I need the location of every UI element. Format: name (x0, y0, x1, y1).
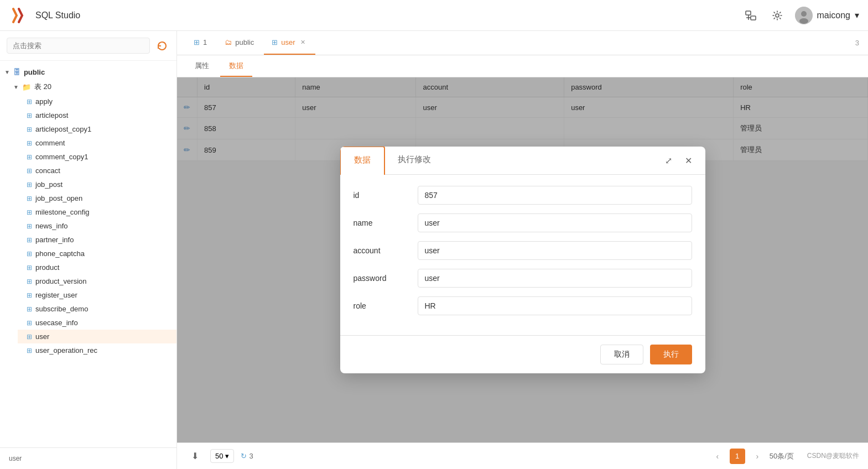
sidebar-item-user-operation-rec[interactable]: ⊞ user_operation_rec (18, 343, 176, 357)
modal-field-name: name (354, 213, 692, 232)
execute-button[interactable]: 执行 (650, 345, 692, 364)
table-icon: ⊞ (27, 319, 32, 327)
prev-page-btn[interactable]: ‹ (710, 449, 725, 464)
tab-1-label: 1 (203, 38, 207, 46)
modal-field-name-input[interactable] (418, 213, 692, 232)
close-icon: ✕ (685, 155, 692, 166)
modal-field-name-label: name (354, 218, 409, 227)
sidebar-item-apply[interactable]: ⊞ apply (18, 95, 176, 108)
modal-field-password-input[interactable] (418, 269, 692, 288)
table-icon: ⊞ (27, 153, 32, 161)
table-icon: ⊞ (27, 278, 32, 285)
svg-point-4 (776, 14, 779, 17)
bottom-bar: ⬇ 50 ▾ ↻ 3 ‹ 1 › 50条/页 CSD (177, 442, 868, 469)
modal-tab-execute[interactable]: 执行修改 (384, 147, 444, 174)
sidebar-item-articlepost[interactable]: ⊞ articlepost (18, 108, 176, 122)
sidebar-item-milestone-config[interactable]: ⊞ milestone_config (18, 205, 176, 219)
cancel-button[interactable]: 取消 (600, 345, 643, 364)
tab-public[interactable]: 🗂 public (217, 31, 262, 55)
subtab-properties[interactable]: 属性 (186, 55, 218, 77)
sidebar-item-job-post[interactable]: ⊞ job_post (18, 178, 176, 191)
data-table-area: id name account password role ✏ 857 user… (177, 77, 868, 442)
next-page-btn[interactable]: › (750, 449, 765, 464)
modal-field-id: id (354, 186, 692, 205)
sidebar-item-concact[interactable]: ⊞ concact (18, 164, 176, 178)
tab-1-icon: ⊞ (194, 38, 200, 46)
page-num-label: 1 (735, 452, 739, 460)
sidebar-item-register-user[interactable]: ⊞ register_user (18, 288, 176, 302)
table-icon: ⊞ (27, 236, 32, 244)
subtab-data[interactable]: 数据 (220, 55, 252, 77)
svg-rect-0 (746, 11, 751, 15)
sidebar-tables-list: ⊞ apply ⊞ articlepost ⊞ articlepost_copy… (9, 95, 176, 357)
search-input[interactable] (7, 38, 150, 54)
modal-field-role-input[interactable] (418, 296, 692, 315)
page-size-dropdown-icon: ▾ (225, 452, 229, 460)
modal-field-account-input[interactable] (418, 241, 692, 260)
username-label: maicong (817, 11, 850, 20)
sidebar-item-product[interactable]: ⊞ product (18, 260, 176, 274)
tab-1[interactable]: ⊞ 1 (186, 31, 215, 55)
download-btn[interactable]: ⬇ (186, 447, 204, 465)
subtab-properties-label: 属性 (195, 61, 209, 71)
sidebar-item-job-post-open[interactable]: ⊞ job_post_open (18, 191, 176, 205)
sidebar-item-comment-copy1[interactable]: ⊞ comment_copy1 (18, 150, 176, 164)
tab-user-icon: ⊞ (272, 38, 278, 46)
modal-tab-data[interactable]: 数据 (340, 147, 385, 175)
sidebar-search-bar (0, 31, 176, 61)
arrow-down-icon: ▼ (4, 69, 10, 75)
page-size-select[interactable]: 50 ▾ (210, 449, 234, 463)
page-1-btn[interactable]: 1 (730, 449, 745, 464)
sidebar-item-phone-captcha[interactable]: ⊞ phone_captcha (18, 247, 176, 260)
sidebar-current-table: user (9, 455, 22, 462)
modal-close-btn[interactable]: ✕ (681, 153, 697, 168)
sidebar-item-articlepost-copy1[interactable]: ⊞ articlepost_copy1 (18, 122, 176, 136)
table-icon: ⊞ (27, 181, 32, 189)
sidebar-item-product-version[interactable]: ⊞ product_version (18, 274, 176, 288)
tab-user-label: user (281, 38, 295, 46)
settings-icon-btn[interactable] (768, 7, 786, 24)
tab-bar-right-num: 3 (855, 39, 859, 47)
sidebar-item-comment[interactable]: ⊞ comment (18, 136, 176, 150)
svg-point-7 (799, 18, 808, 24)
sidebar-item-news-info[interactable]: ⊞ news_info (18, 219, 176, 233)
sidebar-item-subscribe-demo[interactable]: ⊞ subscribe_demo (18, 302, 176, 316)
modal-dialog: 数据 执行修改 ⤢ ✕ (340, 147, 705, 373)
user-menu[interactable]: maicong ▾ (795, 7, 859, 24)
expand-icon: ⤢ (665, 155, 672, 166)
table-icon: ⊞ (27, 167, 32, 175)
translate-icon-btn[interactable] (742, 7, 760, 24)
topbar-right: maicong ▾ (742, 7, 859, 24)
table-icon: ⊞ (27, 250, 32, 258)
table-icon: ⊞ (27, 347, 32, 355)
sidebar-item-usecase-info[interactable]: ⊞ usecase_info (18, 316, 176, 330)
tab-user[interactable]: ⊞ user ✕ (264, 31, 315, 55)
modal-tab-execute-label: 执行修改 (398, 154, 431, 164)
sidebar-group-public[interactable]: ▼ 🗄 public (0, 65, 176, 79)
sidebar-tree-children: ▼ 📁 表 20 ⊞ apply ⊞ articlepost ⊞ a (0, 79, 176, 357)
table-icon: ⊞ (27, 139, 32, 147)
modal-expand-btn[interactable]: ⤢ (661, 153, 677, 168)
refresh-count-btn[interactable]: ↻ 3 (241, 452, 253, 460)
subgroup-label: 表 20 (34, 82, 51, 92)
page-size-value: 50 (215, 452, 223, 460)
modal-field-id-input[interactable] (418, 186, 692, 205)
sidebar: ▼ 🗄 public ▼ 📁 表 20 ⊞ apply ⊞ (0, 31, 177, 469)
sidebar-subgroup-tables[interactable]: ▼ 📁 表 20 (9, 79, 176, 95)
download-icon: ⬇ (191, 451, 199, 461)
sidebar-item-user[interactable]: ⊞ user (18, 330, 176, 343)
modal-field-account-label: account (354, 246, 409, 255)
topbar: SQL Studio maicong (0, 0, 868, 31)
tab-public-icon: 🗂 (225, 38, 232, 46)
sidebar-item-partner-info[interactable]: ⊞ partner_info (18, 233, 176, 247)
db-icon: 🗄 (13, 68, 20, 76)
user-dropdown-icon: ▾ (855, 10, 859, 20)
tab-user-close-btn[interactable]: ✕ (299, 38, 308, 47)
tab-public-label: public (235, 38, 254, 46)
content-area: ⊞ 1 🗂 public ⊞ user ✕ 3 属性 数据 (177, 31, 868, 469)
modal-footer: 取消 执行 (340, 335, 705, 373)
sidebar-refresh-btn[interactable] (154, 38, 170, 54)
refresh-count-value: 3 (249, 452, 253, 460)
modal-header-actions: ⤢ ✕ (661, 147, 705, 174)
modal-field-account: account (354, 241, 692, 260)
